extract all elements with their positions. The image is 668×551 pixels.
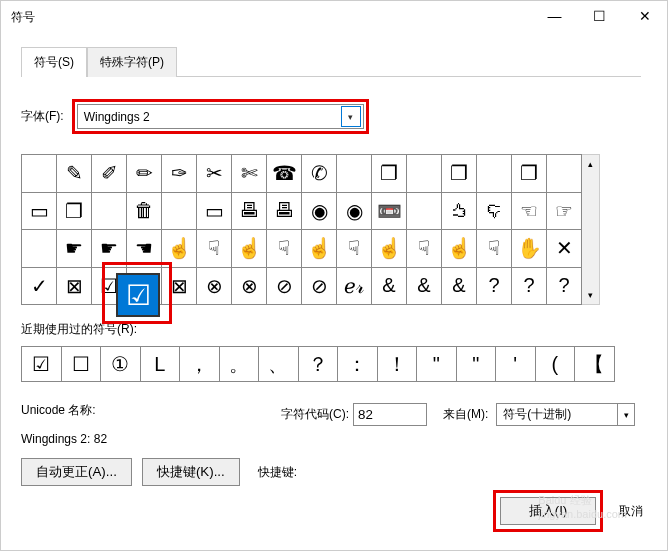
symbol-cell[interactable]: ⊗ <box>197 267 232 305</box>
symbol-cell[interactable]: ☝ <box>442 230 477 268</box>
symbol-cell[interactable] <box>477 155 512 193</box>
recent-symbol-cell[interactable]: ？ <box>298 347 338 382</box>
symbol-cell[interactable]: ❐ <box>442 155 477 193</box>
symbol-cell[interactable]: 🖶 <box>232 192 267 230</box>
minimize-button[interactable]: — <box>532 1 577 31</box>
selected-symbol[interactable]: ☑ <box>116 273 160 317</box>
symbol-cell[interactable]: ✆ <box>302 155 337 193</box>
symbol-cell[interactable]: & <box>442 267 477 305</box>
symbol-cell[interactable]: ? <box>547 267 582 305</box>
symbol-cell[interactable] <box>407 192 442 230</box>
symbol-cell[interactable]: ▭ <box>22 192 57 230</box>
tab-symbols[interactable]: 符号(S) <box>21 47 87 77</box>
recent-symbol-cell[interactable]: ！ <box>377 347 417 382</box>
symbol-cell[interactable]: ✎ <box>57 155 92 193</box>
chevron-down-icon[interactable]: ▾ <box>341 106 361 127</box>
symbol-cell[interactable] <box>92 192 127 230</box>
recent-symbol-cell[interactable]: ① <box>101 347 141 382</box>
symbol-cell[interactable]: ⊘ <box>267 267 302 305</box>
symbol-cell[interactable]: 🖓 <box>477 192 512 230</box>
symbol-cell[interactable]: ◉ <box>302 192 337 230</box>
symbol-cell[interactable]: ☝ <box>302 230 337 268</box>
insert-button[interactable]: 插入(I) <box>500 497 596 525</box>
symbol-cell[interactable]: ☝ <box>232 230 267 268</box>
recent-symbol-cell[interactable]: " <box>456 347 496 382</box>
symbol-cell[interactable] <box>162 192 197 230</box>
cancel-button[interactable]: 取消 <box>619 503 643 520</box>
maximize-button[interactable]: ☐ <box>577 1 622 31</box>
symbol-cell[interactable]: ℯ𝓇 <box>337 267 372 305</box>
symbol-cell[interactable]: 📼 <box>372 192 407 230</box>
symbol-cell[interactable]: ✏ <box>127 155 162 193</box>
symbol-cell[interactable]: ☜ <box>512 192 547 230</box>
symbol-cell[interactable]: 🗑 <box>127 192 162 230</box>
recent-symbol-cell[interactable]: L <box>140 347 180 382</box>
recent-symbol-cell[interactable]: 、 <box>259 347 299 382</box>
font-value: Wingdings 2 <box>84 110 150 124</box>
symbol-cell[interactable]: ☟ <box>337 230 372 268</box>
symbol-cell[interactable]: ❐ <box>57 192 92 230</box>
symbol-cell[interactable]: ☟ <box>407 230 442 268</box>
symbol-cell[interactable]: ✋ <box>512 230 547 268</box>
recent-symbol-cell[interactable]: ， <box>180 347 220 382</box>
symbol-cell[interactable]: 🖶 <box>267 192 302 230</box>
autocorrect-button[interactable]: 自动更正(A)... <box>21 458 132 486</box>
symbol-cell[interactable]: ✕ <box>547 230 582 268</box>
symbol-cell[interactable]: ❐ <box>372 155 407 193</box>
symbol-cell[interactable]: ☛ <box>57 230 92 268</box>
symbol-cell[interactable] <box>547 155 582 193</box>
recent-symbol-cell[interactable]: " <box>417 347 457 382</box>
symbol-cell[interactable]: ☟ <box>477 230 512 268</box>
symbol-cell[interactable]: 🖒 <box>442 192 477 230</box>
symbol-cell[interactable]: & <box>407 267 442 305</box>
symbol-cell[interactable]: ☝ <box>372 230 407 268</box>
symbol-cell[interactable]: ❐ <box>512 155 547 193</box>
symbol-cell[interactable]: ? <box>512 267 547 305</box>
symbol-cell[interactable]: ✂ <box>197 155 232 193</box>
font-label: 字体(F): <box>21 108 64 125</box>
char-code-label: 字符代码(C): <box>281 406 349 423</box>
close-button[interactable]: ✕ <box>622 1 667 31</box>
recent-symbols-grid[interactable]: ☑☐①L，。、？：！""'(【 <box>21 346 615 382</box>
chevron-down-icon[interactable]: ▾ <box>617 403 635 426</box>
window-title: 符号 <box>11 9 35 26</box>
symbol-cell[interactable] <box>22 230 57 268</box>
recent-symbol-cell[interactable]: ☐ <box>61 347 101 382</box>
symbol-cell[interactable]: & <box>372 267 407 305</box>
symbol-cell[interactable]: ⊠ <box>57 267 92 305</box>
scroll-track[interactable] <box>582 173 599 286</box>
symbol-cell[interactable] <box>337 155 372 193</box>
symbol-cell[interactable]: ☟ <box>197 230 232 268</box>
symbol-cell[interactable]: ☎ <box>267 155 302 193</box>
symbol-cell[interactable]: ☞ <box>547 192 582 230</box>
symbol-cell[interactable] <box>22 155 57 193</box>
from-label: 来自(M): <box>443 406 488 423</box>
symbol-cell[interactable] <box>407 155 442 193</box>
symbol-cell[interactable]: ⊘ <box>302 267 337 305</box>
symbol-cell[interactable]: ◉ <box>337 192 372 230</box>
symbol-cell[interactable]: ☟ <box>267 230 302 268</box>
tab-special-chars[interactable]: 特殊字符(P) <box>87 47 177 77</box>
symbol-cell[interactable]: ? <box>477 267 512 305</box>
from-dropdown[interactable]: 符号(十进制) <box>496 403 618 426</box>
shortcut-key-button[interactable]: 快捷键(K)... <box>142 458 240 486</box>
unicode-name-value: Wingdings 2: 82 <box>21 432 647 446</box>
symbol-cell[interactable]: ✓ <box>22 267 57 305</box>
recent-symbol-cell[interactable]: 【 <box>575 347 615 382</box>
recent-symbol-cell[interactable]: ： <box>338 347 378 382</box>
scroll-up[interactable]: ▴ <box>582 155 599 173</box>
recent-symbol-cell[interactable]: ( <box>535 347 575 382</box>
font-dropdown[interactable]: Wingdings 2 ▾ <box>77 104 364 129</box>
selected-symbol-highlight: ☑ <box>102 262 172 324</box>
recent-symbol-cell[interactable]: ☑ <box>22 347 62 382</box>
symbol-cell[interactable]: ✐ <box>92 155 127 193</box>
shortcut-label: 快捷键: <box>258 464 297 481</box>
symbol-cell[interactable]: ▭ <box>197 192 232 230</box>
recent-symbol-cell[interactable]: ' <box>496 347 536 382</box>
symbol-cell[interactable]: ⊗ <box>232 267 267 305</box>
scroll-down[interactable]: ▾ <box>582 286 599 304</box>
recent-symbol-cell[interactable]: 。 <box>219 347 259 382</box>
symbol-cell[interactable]: ✄ <box>232 155 267 193</box>
symbol-cell[interactable]: ✑ <box>162 155 197 193</box>
char-code-input[interactable] <box>353 403 427 426</box>
